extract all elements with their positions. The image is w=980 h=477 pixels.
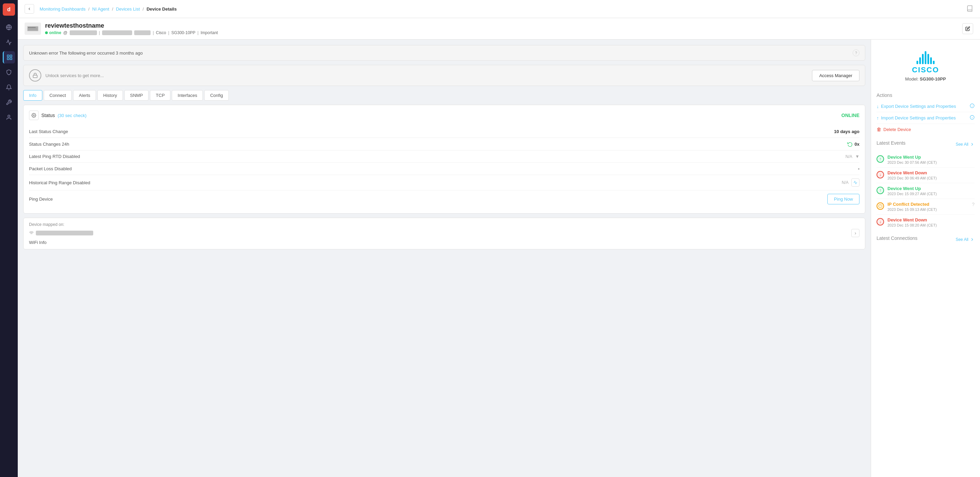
changes-24h-value: 0x [855, 142, 859, 147]
event-time-3: 2023 Dec 15 09:27 AM (CET) [888, 192, 937, 196]
import-link[interactable]: ↑ Import Device Settings and Properties [877, 115, 956, 121]
event-time-2: 2023 Dec 30 06:49 AM (CET) [888, 176, 937, 180]
tab-alerts[interactable]: Alerts [73, 90, 96, 101]
event-details-2: Device Went Down 2023 Dec 30 06:49 AM (C… [888, 170, 937, 180]
event-details-5: Device Went Down 2023 Dec 15 08:20 AM (C… [888, 217, 937, 227]
cisco-bar-4 [925, 51, 926, 64]
event-name-1: Device Went Up [888, 155, 937, 160]
device-header: reviewtesthostname online @ 192.168.xxx.… [18, 18, 980, 40]
book-icon[interactable] [966, 5, 973, 13]
connections-see-all[interactable]: See All [956, 237, 975, 242]
status-row-ping-device: Ping Device Ping Now [29, 190, 859, 208]
historical-ping-na: N/A [842, 180, 848, 185]
svg-point-6 [8, 115, 10, 117]
sidebar-icon-dashboard[interactable] [3, 51, 15, 63]
wifi-info-bottom-label: WiFi Info [29, 240, 859, 245]
delete-link[interactable]: 🗑 Delete Device [877, 127, 911, 132]
cisco-bar-5 [928, 54, 929, 64]
connections-title: Latest Connections [877, 235, 918, 241]
last-change-label: Last Status Change [29, 129, 68, 134]
wifi-chevron-right[interactable]: › [851, 229, 859, 237]
latest-connections-section: Latest Connections See All [877, 235, 975, 244]
sidebar-icon-shield[interactable] [3, 66, 15, 78]
actions-section: Actions ↓ Export Device Settings and Pro… [877, 92, 975, 135]
cisco-bar-7 [933, 61, 935, 64]
device-icon [25, 22, 41, 35]
device-info: reviewtesthostname online @ 192.168.xxx.… [45, 22, 218, 35]
sidebar-icon-chart[interactable] [3, 36, 15, 48]
error-info-icon[interactable]: ? [853, 49, 859, 56]
status-row-packet-loss: Packet Loss Disabled - [29, 163, 859, 175]
event-icon-down-2: ↓ [877, 171, 884, 179]
delete-icon: 🗑 [877, 127, 881, 132]
tab-tcp[interactable]: TCP [150, 90, 170, 101]
device-model: SG300-10PP [172, 30, 196, 35]
status-row-historical-ping: Historical Ping Range Disabled N/A [29, 175, 859, 190]
device-meta-at: @ [63, 30, 67, 35]
main-content: Monitoring Dashboards / NI Agent / Devic… [18, 0, 980, 477]
event-question-4[interactable]: ? [972, 202, 975, 207]
svg-rect-4 [10, 58, 12, 60]
svg-rect-9 [28, 27, 29, 28]
app-logo[interactable]: d [3, 3, 15, 16]
wifi-addr: 192.168.x.x / xxxxxxxxxxxxxxxx [29, 231, 93, 235]
event-name-2: Device Went Down [888, 170, 937, 175]
breadcrumb-sep3: / [143, 6, 144, 12]
status-online-badge: ONLINE [842, 113, 859, 118]
import-info-icon[interactable] [970, 115, 975, 121]
changes-24h-value-area: 0x [847, 141, 859, 147]
svg-rect-2 [7, 55, 9, 57]
event-item-5: ↓ Device Went Down 2023 Dec 15 08:20 AM … [877, 215, 975, 230]
back-button[interactable] [25, 4, 34, 14]
access-placeholder: Unlock services to get more... [45, 73, 808, 78]
tab-config[interactable]: Config [204, 90, 229, 101]
ping-rtd-na: N/A [845, 154, 852, 159]
breadcrumb-niagent[interactable]: NI Agent [92, 6, 109, 12]
breadcrumb-monitoring[interactable]: Monitoring Dashboards [40, 6, 85, 12]
svg-rect-12 [32, 27, 33, 28]
sidebar-icon-globe[interactable] [3, 21, 15, 33]
device-mac: xx:xx:xx:xx:xx:xx [102, 30, 132, 35]
tab-connect[interactable]: Connect [44, 90, 72, 101]
wifi-row: 192.168.x.x / xxxxxxxxxxxxxxxx › [29, 229, 859, 237]
event-time-5: 2023 Dec 15 08:20 AM (CET) [888, 223, 937, 227]
breadcrumb-current: Device Details [146, 6, 177, 12]
historical-ping-chart-icon[interactable] [851, 179, 859, 187]
cisco-bar-1 [916, 61, 918, 64]
status-check-interval: (30 sec check) [58, 113, 87, 118]
sidebar: d [0, 0, 18, 477]
breadcrumb-devices[interactable]: Devices List [116, 6, 140, 12]
event-icon-warn-4 [877, 202, 884, 210]
status-row-ping-rtd: Latest Ping RTD Disabled N/A ▼ [29, 151, 859, 163]
sidebar-icon-user[interactable] [3, 111, 15, 124]
sidebar-icon-tool[interactable] [3, 96, 15, 108]
import-icon: ↑ [877, 115, 879, 121]
wifi-network-addr: 192.168.x.x / xxxxxxxxxxxxxxxx [36, 231, 93, 235]
export-link[interactable]: ↓ Export Device Settings and Properties [877, 104, 956, 109]
cisco-bar-6 [930, 57, 932, 64]
actions-title: Actions [877, 92, 975, 98]
tab-info[interactable]: Info [23, 90, 42, 101]
cisco-logo-text: CISCO [912, 65, 939, 74]
edit-device-button[interactable] [962, 23, 973, 34]
tab-history[interactable]: History [97, 90, 123, 101]
action-delete: 🗑 Delete Device [877, 124, 975, 135]
access-manager-button[interactable]: Access Manager [812, 70, 859, 81]
event-item-3: ↑ Device Went Up 2023 Dec 15 09:27 AM (C… [877, 183, 975, 199]
gear-icon [29, 111, 38, 120]
status-dot [45, 32, 48, 34]
sidebar-icon-bell[interactable] [3, 81, 15, 93]
device-hostname: reviewtesthostname [45, 22, 218, 29]
export-info-icon[interactable] [970, 103, 975, 109]
events-see-all[interactable]: See All [956, 142, 975, 147]
cisco-bars [916, 51, 935, 64]
ping-rtd-dropdown[interactable]: ▼ [855, 154, 859, 159]
content-area: Unknown error The following error occurr… [18, 40, 980, 477]
tab-interfaces[interactable]: Interfaces [172, 90, 203, 101]
tab-snmp[interactable]: SNMP [124, 90, 149, 101]
device-ip: 192.168.xxx.xx [70, 30, 97, 35]
topbar: Monitoring Dashboards / NI Agent / Devic… [18, 0, 980, 18]
cisco-bar-3 [922, 54, 924, 64]
ping-now-button[interactable]: Ping Now [827, 194, 859, 204]
status-title: Status [41, 113, 55, 118]
